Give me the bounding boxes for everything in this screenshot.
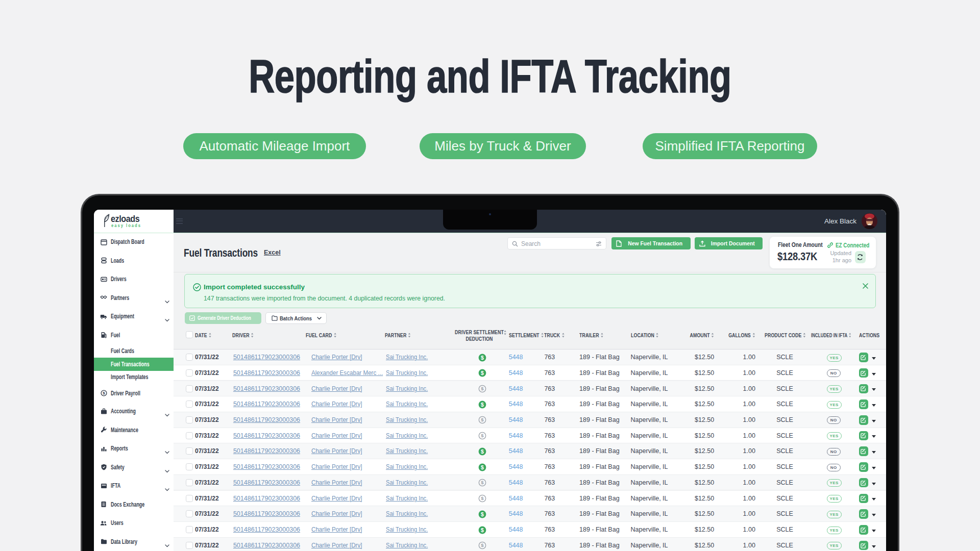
svg-text:$: $ [481, 354, 484, 360]
svg-text:$: $ [481, 386, 484, 391]
svg-text:$: $ [481, 480, 484, 485]
svg-text:$: $ [481, 542, 484, 548]
svg-text:$: $ [481, 370, 484, 376]
svg-text:$: $ [481, 464, 484, 470]
svg-text:$: $ [481, 527, 484, 533]
svg-text:$: $ [103, 391, 105, 395]
svg-text:$: $ [481, 401, 484, 407]
svg-text:$: $ [481, 433, 484, 438]
svg-text:$: $ [481, 448, 484, 454]
svg-text:$: $ [481, 495, 484, 501]
svg-text:$: $ [481, 511, 484, 517]
svg-text:$: $ [481, 417, 484, 423]
